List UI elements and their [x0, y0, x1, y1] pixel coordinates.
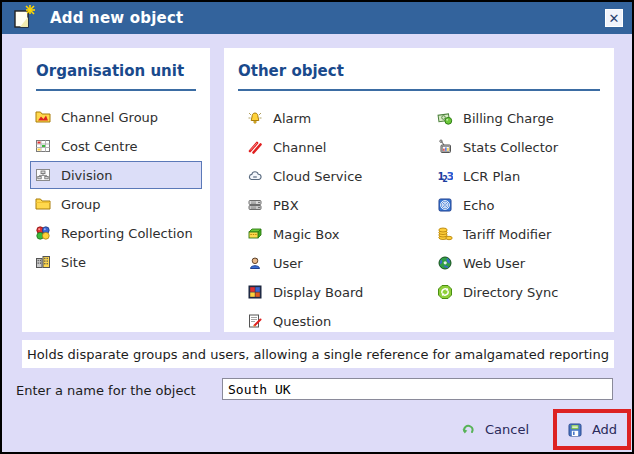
- other-item-stats-collector[interactable]: Stats Collector: [432, 133, 596, 161]
- org-item-channel-group[interactable]: Channel Group: [30, 103, 202, 131]
- stats-collector-tv-icon: [437, 139, 453, 155]
- other-object-panel: Other object Alarm: [224, 48, 614, 332]
- directory-sync-arrows-icon: [437, 284, 453, 300]
- question-doc-pencil-icon: [247, 313, 263, 329]
- item-label: Billing Charge: [463, 111, 554, 126]
- other-item-echo[interactable]: Echo: [432, 191, 596, 219]
- new-document-sparkle-icon: [11, 4, 37, 30]
- other-item-web-user[interactable]: Web User: [432, 249, 596, 277]
- pbx-server-icon: [247, 197, 263, 213]
- alarm-bell-icon: [247, 110, 263, 126]
- item-label: Channel Group: [61, 110, 158, 125]
- item-label: Group: [61, 197, 101, 212]
- add-button[interactable]: Add: [567, 422, 617, 438]
- reporting-collection-balls-icon: [35, 225, 51, 241]
- item-label: Tariff Modifier: [463, 227, 551, 242]
- item-label: Magic Box: [273, 227, 340, 242]
- organisation-unit-panel: Organisation unit Channel Group: [22, 48, 210, 332]
- other-item-display-board[interactable]: Display Board: [242, 278, 416, 306]
- org-item-reporting-collection[interactable]: Reporting Collection: [30, 219, 202, 247]
- item-label: Site: [61, 255, 86, 270]
- web-globe-user-icon: [437, 255, 453, 271]
- item-label: Channel: [273, 140, 326, 155]
- display-board-grid-icon: [247, 284, 263, 300]
- echo-rings-icon: [437, 197, 453, 213]
- org-item-division[interactable]: Division: [30, 161, 202, 189]
- name-field-label: Enter a name for the object: [16, 383, 196, 398]
- add-button-label: Add: [592, 422, 617, 437]
- svg-text:3: 3: [446, 170, 453, 183]
- item-label: Reporting Collection: [61, 226, 193, 241]
- other-item-question[interactable]: Question: [242, 307, 416, 335]
- org-item-cost-centre[interactable]: Cost Centre: [30, 132, 202, 160]
- item-label: Stats Collector: [463, 140, 558, 155]
- cost-centre-grid-icon: [35, 138, 51, 154]
- dialog-title: Add new object: [50, 9, 183, 27]
- other-object-heading: Other object: [238, 62, 600, 91]
- item-label: LCR Plan: [463, 169, 520, 184]
- other-item-magic-box[interactable]: Magic Box: [242, 220, 416, 248]
- other-item-user[interactable]: User: [242, 249, 416, 277]
- cloud-icon: [247, 168, 263, 184]
- object-name-input[interactable]: [222, 378, 613, 400]
- item-label: Display Board: [273, 285, 363, 300]
- item-label: Question: [273, 314, 331, 329]
- org-item-site[interactable]: Site: [30, 248, 202, 276]
- item-label: Alarm: [273, 111, 311, 126]
- billing-money-icon: [437, 110, 453, 126]
- other-item-pbx[interactable]: PBX: [242, 191, 416, 219]
- lcr-123-icon: 1 2 3: [437, 168, 453, 184]
- item-label: Echo: [463, 198, 495, 213]
- other-item-cloud-service[interactable]: Cloud Service: [242, 162, 416, 190]
- object-description: Holds disparate groups and users, allowi…: [22, 340, 614, 368]
- user-person-icon: [247, 255, 263, 271]
- organisation-unit-heading: Organisation unit: [36, 62, 196, 91]
- close-icon[interactable]: ✕: [605, 9, 623, 27]
- other-item-tariff-modifier[interactable]: Tariff Modifier: [432, 220, 596, 248]
- item-label: PBX: [273, 198, 299, 213]
- item-label: User: [273, 256, 303, 271]
- item-label: Directory Sync: [463, 285, 558, 300]
- division-org-chart-icon: [35, 167, 51, 183]
- titlebar: Add new object ✕: [2, 2, 632, 34]
- tariff-coins-icon: [437, 226, 453, 242]
- item-label: Cost Centre: [61, 139, 138, 154]
- org-item-group[interactable]: Group: [30, 190, 202, 218]
- other-item-billing-charge[interactable]: Billing Charge: [432, 104, 596, 132]
- annotation-highlight-box: Add: [553, 409, 631, 450]
- add-new-object-dialog: Add new object ✕ Organisation unit Chann…: [0, 0, 634, 454]
- magic-box-icon: [247, 226, 263, 242]
- other-item-directory-sync[interactable]: Directory Sync: [432, 278, 596, 306]
- item-label: Cloud Service: [273, 169, 362, 184]
- other-item-alarm[interactable]: Alarm: [242, 104, 416, 132]
- save-disk-icon: [567, 422, 583, 438]
- other-item-channel[interactable]: Channel: [242, 133, 416, 161]
- cancel-button[interactable]: Cancel: [460, 421, 529, 437]
- other-item-lcr-plan[interactable]: 1 2 3 LCR Plan: [432, 162, 596, 190]
- cancel-undo-arrow-icon: [460, 421, 476, 437]
- item-label: Division: [61, 168, 113, 183]
- channel-group-folder-chart-icon: [35, 109, 51, 125]
- cancel-button-label: Cancel: [485, 422, 529, 437]
- channel-pipes-icon: [247, 139, 263, 155]
- item-label: Web User: [463, 256, 525, 271]
- group-folder-icon: [35, 196, 51, 212]
- site-buildings-icon: [35, 254, 51, 270]
